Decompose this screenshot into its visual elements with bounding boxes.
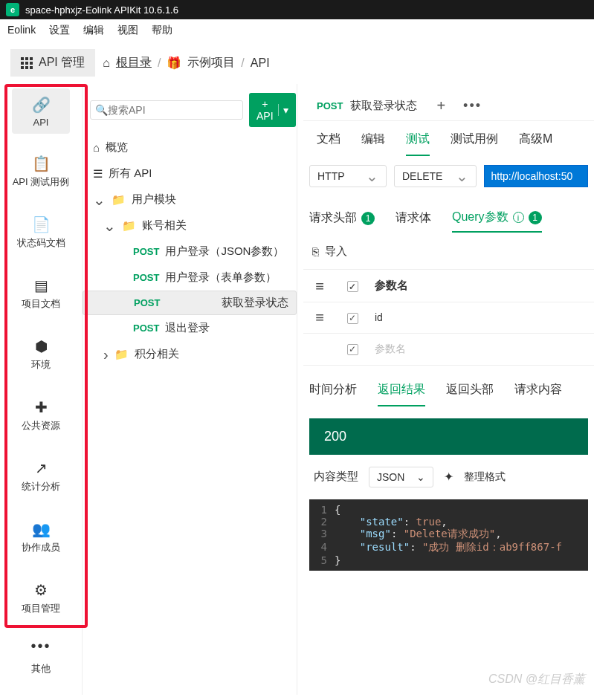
- subtab-test[interactable]: 测试: [406, 132, 430, 156]
- menu-view[interactable]: 视图: [117, 24, 138, 37]
- param-table: ≡ ✓ 参数名 ≡ ✓ id ✓ 参数名: [303, 269, 594, 366]
- response-status: 200: [309, 418, 588, 455]
- restab-timing[interactable]: 时间分析: [309, 382, 357, 406]
- response-body[interactable]: 1{ 2 "state": true, 3 "msg": "Delete请求成功…: [309, 499, 588, 571]
- drag-icon[interactable]: ≡: [303, 308, 336, 326]
- tree-group-users[interactable]: ⌄📁用户模块: [83, 187, 297, 213]
- result-tabs: 时间分析 返回结果 返回头部 请求内容: [303, 366, 594, 412]
- restab-reqcontent[interactable]: 请求内容: [514, 382, 562, 406]
- tree-overview[interactable]: ⌂概览: [83, 135, 297, 161]
- format-button[interactable]: 整理格式: [464, 470, 506, 484]
- tree-group-points[interactable]: ›📁积分相关: [83, 341, 297, 367]
- gear-icon: ⚙: [12, 581, 70, 599]
- folder-icon: 📁: [114, 348, 129, 361]
- menu-bar: Eolink 设置 编辑 视图 帮助: [0, 19, 594, 42]
- link-icon: 🔗: [12, 96, 70, 114]
- request-row: HTTP⌄ DELETE⌄ http://localhost:50: [303, 156, 594, 196]
- info-icon: i: [513, 212, 524, 223]
- more-icon[interactable]: •••: [30, 638, 51, 655]
- gift-icon: 🎁: [167, 56, 181, 70]
- menu-eolink[interactable]: Eolink: [7, 24, 36, 37]
- api-management-button[interactable]: API 管理: [10, 49, 95, 77]
- tree-all-api[interactable]: ☰所有 API: [83, 161, 297, 187]
- api-management-label: API 管理: [39, 55, 85, 71]
- subtab-doc[interactable]: 文档: [317, 132, 340, 156]
- tree-group-account[interactable]: ⌄📁账号相关: [83, 213, 297, 239]
- search-field[interactable]: [108, 104, 238, 116]
- table-row: ≡ ✓ id: [303, 302, 594, 334]
- add-tab-button[interactable]: +: [426, 91, 456, 120]
- subtab-edit[interactable]: 编辑: [361, 132, 385, 156]
- param-name-placeholder[interactable]: 参数名: [369, 334, 594, 365]
- title-bar: e space-hphxjz-Eolink APIKit 10.6.1.6: [0, 0, 594, 19]
- table-row: ✓ 参数名: [303, 334, 594, 366]
- window-title: space-hphxjz-Eolink APIKit 10.6.1.6: [25, 4, 178, 16]
- list-icon: ☰: [93, 167, 103, 181]
- chevron-down-icon: ▾: [278, 104, 288, 116]
- sub-tabs: 文档 编辑 测试 测试用例 高级M: [303, 121, 594, 156]
- url-input[interactable]: http://localhost:50: [484, 165, 588, 187]
- doc-icon: ▤: [12, 276, 70, 294]
- tree-api-item[interactable]: POST退出登录: [83, 315, 297, 341]
- nav-api[interactable]: 🔗API: [12, 88, 70, 134]
- table-header: ≡ ✓ 参数名: [303, 270, 594, 302]
- add-api-button[interactable]: + API▾: [249, 93, 296, 127]
- watermark: CSDN @红目香薰: [488, 672, 585, 687]
- subtab-testcase[interactable]: 测试用例: [451, 132, 498, 156]
- method-select[interactable]: DELETE⌄: [394, 165, 477, 187]
- restab-resheaders[interactable]: 返回头部: [446, 382, 494, 406]
- puzzle-icon: ✚: [12, 398, 70, 416]
- import-row[interactable]: ⎘ 导入: [303, 239, 594, 265]
- checkbox[interactable]: ✓: [347, 344, 358, 355]
- protocol-select[interactable]: HTTP⌄: [309, 165, 387, 187]
- nav-testcase[interactable]: 📋API 测试用例: [12, 147, 70, 195]
- nav-members[interactable]: 👥协作成员: [12, 513, 70, 560]
- tree-api-item[interactable]: POST用户登录（表单参数）: [83, 265, 297, 291]
- nav-statuscode[interactable]: 📄状态码文档: [12, 208, 70, 256]
- tree-api-item-selected[interactable]: POST获取登录状态: [83, 291, 297, 315]
- menu-help[interactable]: 帮助: [152, 24, 172, 37]
- count-badge: 1: [529, 211, 542, 224]
- param-tabs: 请求头部1 请求体 Query参数i1: [303, 196, 594, 239]
- breadcrumb-last: API: [251, 56, 270, 70]
- nav-resources[interactable]: ✚公共资源: [12, 391, 70, 438]
- checkbox[interactable]: ✓: [347, 313, 358, 324]
- checkbox[interactable]: ✓: [347, 281, 358, 292]
- doc-tabbar: POST 获取登录状态 + •••: [303, 88, 594, 121]
- breadcrumb-root[interactable]: 根目录: [116, 55, 152, 71]
- search-icon: 🔍: [95, 104, 108, 116]
- menu-edit[interactable]: 编辑: [83, 24, 104, 37]
- paramtab-headers[interactable]: 请求头部1: [309, 210, 375, 232]
- nav-projectdoc[interactable]: ▤项目文档: [12, 269, 70, 317]
- nav-env[interactable]: ⬢环境: [12, 330, 70, 377]
- paramtab-body[interactable]: 请求体: [396, 210, 431, 232]
- home-icon: ⌂: [103, 56, 110, 70]
- content-type-label: 内容类型: [314, 470, 358, 484]
- grid-icon: [21, 57, 33, 69]
- param-name-cell[interactable]: id: [369, 302, 594, 332]
- wand-icon: ✦: [444, 470, 453, 484]
- tab-more-icon[interactable]: •••: [456, 92, 489, 120]
- folder-icon: 📁: [112, 193, 126, 207]
- cube-icon: ⬢: [12, 337, 70, 355]
- nav-stats[interactable]: ↗统计分析: [12, 452, 70, 499]
- response-options: 内容类型 JSON⌄ ✦ 整理格式: [303, 455, 594, 499]
- side-nav: 🔗API 📋API 测试用例 📄状态码文档 ▤项目文档 ⬢环境 ✚公共资源 ↗统…: [0, 84, 82, 695]
- nav-other[interactable]: 其他: [12, 655, 70, 681]
- doc-tab[interactable]: POST 获取登录状态: [308, 93, 426, 119]
- breadcrumb-project[interactable]: 示例项目: [187, 55, 235, 71]
- subtab-advanced[interactable]: 高级M: [519, 132, 552, 156]
- users-icon: 👥: [12, 520, 70, 538]
- paramtab-query[interactable]: Query参数i1: [452, 210, 542, 233]
- doc-tab-title: 获取登录状态: [350, 99, 417, 113]
- content-type-select[interactable]: JSON⌄: [369, 467, 433, 487]
- nav-projmgmt[interactable]: ⚙项目管理: [12, 574, 70, 621]
- drag-icon: ≡: [303, 277, 336, 295]
- method-badge: POST: [317, 100, 343, 111]
- menu-settings[interactable]: 设置: [49, 24, 70, 37]
- import-icon: ⎘: [312, 245, 319, 258]
- search-input[interactable]: 🔍: [90, 100, 243, 120]
- clipboard-icon: 📋: [12, 155, 70, 172]
- tree-api-item[interactable]: POST用户登录（JSON参数）: [83, 239, 297, 265]
- restab-result[interactable]: 返回结果: [378, 382, 425, 406]
